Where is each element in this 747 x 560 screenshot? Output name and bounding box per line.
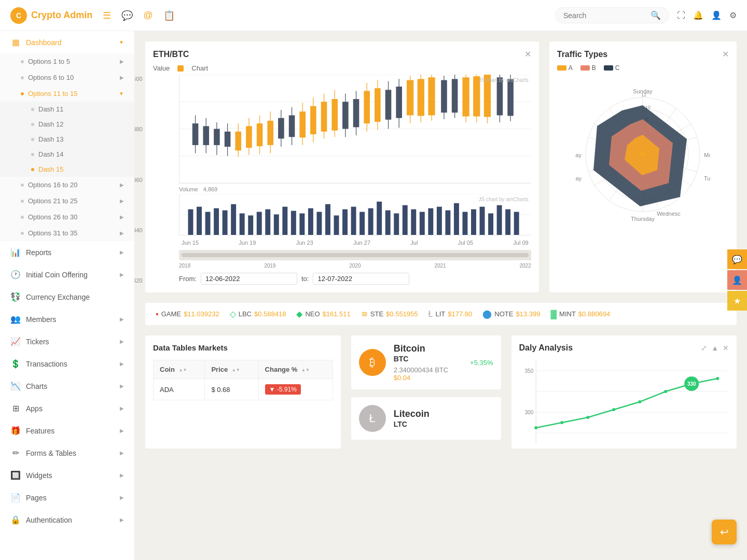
y-labels: 8,500 8,480 8,460 8,440 8,420 (135, 75, 143, 285)
svg-rect-103 (497, 205, 502, 235)
sidebar-item-dash14[interactable]: Dash 14 (0, 147, 134, 162)
analysis-close-icon[interactable]: ✕ (723, 344, 729, 352)
svg-rect-87 (359, 212, 365, 235)
dot-dash14 (31, 153, 34, 156)
sidebar-item-reports[interactable]: 📊 Reports ▶ (0, 241, 134, 263)
sidebar-item-features[interactable]: 🎁 Features ▶ (0, 419, 134, 442)
support-button[interactable]: ↩ (712, 520, 737, 544)
floating-btn-chat[interactable]: 💬 (727, 249, 747, 269)
sidebar-item-dash15[interactable]: Dash 15 (0, 162, 134, 177)
forms-arrow: ▶ (120, 450, 124, 456)
svg-point-144 (612, 408, 615, 411)
search-input[interactable] (563, 11, 646, 20)
table-row: ADA $ 0.68 ▼ -5.91% (154, 379, 333, 400)
dot-options-26-30 (21, 216, 24, 219)
data-table-card: Data Tables Markets Coin ▲▼ Price ▲▼ (145, 335, 341, 449)
bell-icon[interactable]: 🔔 (693, 10, 703, 20)
svg-rect-95 (428, 208, 433, 235)
sidebar-item-apps[interactable]: ⊞ Apps ▶ (0, 397, 134, 419)
dashboard-label: Dashboard (26, 38, 62, 47)
ticker-lit: Ł LIT $177.80 (428, 310, 473, 319)
analysis-header: Daly Analysis ⤢ ▲ ✕ (519, 343, 729, 353)
volume-label: Volume 4,869 (179, 186, 531, 192)
analysis-collapse-icon[interactable]: ▲ (711, 344, 718, 352)
sidebar-item-dash11[interactable]: Dash 11 (0, 102, 134, 117)
search-box[interactable]: 🔍 (555, 7, 669, 23)
sidebar-item-options-21-25[interactable]: Options 21 to 25 ▶ (0, 193, 134, 209)
price-sort[interactable]: ▲▼ (232, 368, 240, 372)
sidebar-item-pages[interactable]: 📄 Pages ▶ (0, 486, 134, 509)
svg-text:330: 330 (687, 381, 696, 387)
dot-options-31-35 (21, 232, 24, 235)
charts-arrow: ▶ (120, 383, 124, 389)
ticker-neo: ◆ NEO $161.511 (296, 309, 350, 319)
menu-icon[interactable]: ☰ (103, 10, 111, 21)
sidebar-item-dash12[interactable]: Dash 12 (0, 117, 134, 132)
sidebar-item-ico[interactable]: 🕐 Initial Coin Offering ▶ (0, 263, 134, 286)
btc-info: Bitcoin BTC 2.340000434 BTC $0.04 (394, 343, 462, 382)
at-icon[interactable]: @ (143, 10, 153, 21)
to-date-input[interactable] (313, 273, 409, 285)
analysis-card: Daly Analysis ⤢ ▲ ✕ (511, 335, 737, 449)
sidebar-item-charts[interactable]: 📉 Charts ▶ (0, 375, 134, 397)
sidebar-item-options-11-15[interactable]: Options 11 to 15 ▼ (0, 86, 134, 102)
coin-sort[interactable]: ▲▼ (179, 368, 187, 372)
svg-rect-84 (334, 215, 339, 235)
sidebar-item-members[interactable]: 👥 Members ▶ (0, 308, 134, 330)
change-sort[interactable]: ▲▼ (301, 368, 310, 372)
sidebar-item-forms[interactable]: ✏ Forms & Tables ▶ (0, 442, 134, 464)
svg-rect-71 (223, 211, 228, 235)
chat-icon[interactable]: 💬 (121, 10, 133, 21)
fullscreen-icon[interactable]: ⛶ (677, 11, 685, 20)
eth-close-btn[interactable]: ✕ (524, 49, 531, 59)
sidebar-item-options-1-5[interactable]: Options 1 to 5 ▶ (0, 53, 134, 69)
user-icon[interactable]: 👤 (711, 10, 722, 20)
analysis-svg: 350 300 (519, 360, 729, 443)
dot-options-11-15 (21, 92, 24, 95)
svg-rect-74 (248, 215, 253, 235)
analysis-controls: ⤢ ▲ ✕ (701, 344, 729, 352)
arrow-options-31-35: ▶ (120, 230, 124, 236)
ticker-lbc: ◇ LBC $0.588418 (230, 309, 286, 319)
sidebar-item-currency[interactable]: 💱 Currency Exchange (0, 286, 134, 308)
floating-btn-user[interactable]: 👤 (727, 270, 747, 290)
col-price: Price ▲▼ (205, 360, 258, 379)
search-icon[interactable]: 🔍 (651, 10, 661, 20)
svg-text:Tues: Tues (704, 175, 710, 181)
analysis-resize-icon[interactable]: ⤢ (701, 344, 707, 352)
svg-rect-69 (205, 212, 211, 235)
dashboard-arrow: ▼ (119, 39, 124, 45)
ltc-card-inner: Ł Litecoin LTC (359, 405, 493, 432)
settings-icon[interactable]: ⚙ (729, 10, 737, 20)
floating-btn-star[interactable]: ★ (727, 291, 747, 311)
lit-icon: Ł (428, 310, 433, 319)
sidebar-item-tickers[interactable]: 📈 Tickers ▶ (0, 330, 134, 353)
sidebar-item-dashboard[interactable]: ▦ Dashboard ▼ (0, 31, 134, 53)
from-date-input[interactable] (201, 273, 297, 285)
sidebar-item-widgets[interactable]: 🔲 Widgets ▶ (0, 464, 134, 486)
svg-rect-80 (299, 214, 305, 235)
svg-rect-72 (231, 204, 236, 235)
sidebar-item-options-26-30[interactable]: Options 26 to 30 ▶ (0, 209, 134, 225)
sidebar-item-options-31-35[interactable]: Options 31 to 35 ▶ (0, 225, 134, 241)
svg-rect-93 (411, 209, 416, 235)
forms-icon: ✏ (10, 448, 21, 458)
sidebar-item-auth[interactable]: 🔒 Authentication ▶ (0, 509, 134, 531)
sidebar-item-options-16-20[interactable]: Options 16 to 20 ▶ (0, 177, 134, 193)
chart-watermark: JS chart by amCharts (479, 77, 529, 83)
clipboard-icon[interactable]: 📋 (163, 10, 175, 21)
svg-rect-77 (274, 215, 279, 235)
sidebar-item-transactions[interactable]: 💲 Transactions ▶ (0, 353, 134, 375)
dot-dash13 (31, 138, 34, 141)
sidebar-item-options-6-10[interactable]: Options 6 to 10 ▶ (0, 69, 134, 86)
eth-chart-legend: Value Chart (153, 64, 531, 72)
svg-point-143 (586, 416, 589, 419)
sidebar: ▦ Dashboard ▼ Options 1 to 5 ▶ Options 6… (0, 31, 135, 560)
col-change: Change % ▲▼ (258, 360, 333, 379)
radar-svg: Sunday Monday Tues Wednesc Thursday Frid… (575, 82, 710, 227)
svg-rect-102 (488, 214, 493, 235)
timeline-bar[interactable] (179, 250, 531, 260)
sidebar-item-dash13[interactable]: Dash 13 (0, 132, 134, 147)
traffic-close-btn[interactable]: ✕ (722, 49, 729, 59)
arrow-options-11-15: ▼ (119, 91, 124, 96)
